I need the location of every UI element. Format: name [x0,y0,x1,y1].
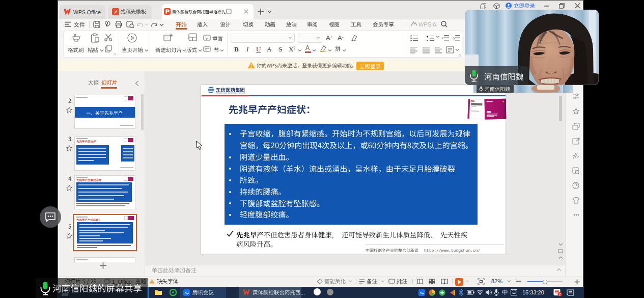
svg-text:2: 2 [559,292,561,296]
